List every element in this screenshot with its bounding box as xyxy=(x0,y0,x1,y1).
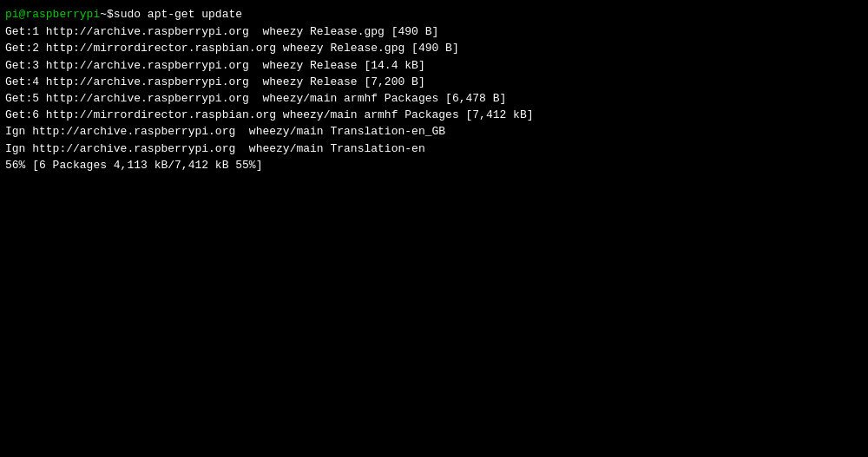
output-line: Get:5 http://archive.raspberrypi.org whe… xyxy=(5,91,863,107)
output-line: Get:4 http://archive.raspberrypi.org whe… xyxy=(5,75,863,90)
output-line: Get:2 http://mirrordirector.raspbian.org… xyxy=(5,41,863,56)
prompt-line: pi@raspberrypi ~ $ sudo apt-get update xyxy=(5,7,863,23)
output-line: Get:3 http://archive.raspberrypi.org whe… xyxy=(5,58,863,74)
terminal-output: Get:1 http://archive.raspberrypi.org whe… xyxy=(5,24,863,173)
prompt-separator: ~ xyxy=(100,7,107,23)
output-line: Get:1 http://archive.raspberrypi.org whe… xyxy=(5,24,863,40)
output-line: 56% [6 Packages 4,113 kB/7,412 kB 55%] xyxy=(5,158,863,173)
output-line: Ign http://archive.raspberrypi.org wheez… xyxy=(5,141,863,157)
prompt-symbol: $ xyxy=(107,7,114,23)
output-line: Get:6 http://mirrordirector.raspbian.org… xyxy=(5,108,863,123)
prompt-command: sudo apt-get update xyxy=(114,7,242,23)
output-line: Ign http://archive.raspberrypi.org wheez… xyxy=(5,124,863,140)
prompt-user: pi@raspberrypi xyxy=(5,7,100,23)
terminal-window: pi@raspberrypi ~ $ sudo apt-get update G… xyxy=(0,0,868,457)
